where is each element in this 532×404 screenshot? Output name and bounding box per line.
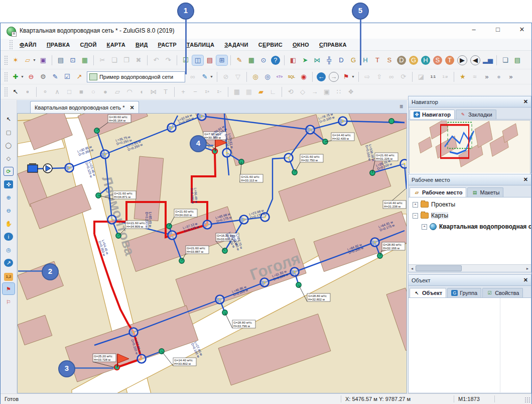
object-tab-объект[interactable]: ↖Объект bbox=[410, 288, 446, 297]
table-button[interactable]: ▦ bbox=[246, 55, 257, 65]
profile-button[interactable]: ≈ bbox=[469, 72, 480, 82]
mode-d-button[interactable]: D bbox=[397, 56, 406, 65]
junction-node[interactable] bbox=[108, 216, 116, 224]
navigator-tab-закладки[interactable]: ✎Закладки bbox=[456, 110, 496, 119]
info-button[interactable]: i bbox=[3, 231, 15, 242]
circle-tool[interactable]: ○ bbox=[88, 87, 99, 97]
upload-object-button[interactable]: ⇧ bbox=[374, 72, 385, 82]
edit-layer-button[interactable]: ✎ bbox=[50, 72, 61, 82]
symbol-tool[interactable]: ⚬ bbox=[40, 87, 51, 97]
sum-add-tool[interactable]: Σ+ bbox=[202, 87, 213, 97]
junction-node[interactable] bbox=[285, 154, 293, 162]
forward-button[interactable]: → bbox=[329, 72, 339, 82]
edit-mode-button-dropdown-icon[interactable]: ▼ bbox=[210, 75, 213, 78]
minimize-button[interactable]: – bbox=[468, 24, 479, 35]
workspace-hscrollbar[interactable]: ◄ ► bbox=[409, 264, 531, 272]
junction-node[interactable] bbox=[339, 117, 347, 126]
set-flag-button[interactable]: ⚑ bbox=[3, 283, 15, 294]
object-tab-группа[interactable]: GГруппа bbox=[447, 288, 481, 297]
object-tab-свойства[interactable]: ☑Свойства bbox=[482, 288, 523, 297]
junction-node[interactable] bbox=[401, 160, 407, 168]
edit-mode-button[interactable]: ✎ bbox=[199, 72, 210, 82]
link-object-button[interactable]: ∞ bbox=[386, 72, 397, 82]
menu-таблица[interactable]: ТАБЛИЦА bbox=[182, 40, 219, 50]
circle-select-button[interactable]: ◯ bbox=[3, 139, 15, 151]
resize-grip[interactable] bbox=[524, 397, 530, 403]
hatch-tool[interactable]: ⋈ bbox=[148, 87, 159, 97]
export-object-button[interactable]: ⇨ bbox=[362, 72, 373, 82]
workspace-panel-titlebar[interactable]: Рабочее место ✕ bbox=[409, 174, 531, 185]
pan-button[interactable]: ✋ bbox=[3, 218, 15, 229]
menu-окно[interactable]: ОКНО bbox=[288, 40, 314, 50]
move-vertex-tool[interactable]: → bbox=[309, 87, 320, 97]
find-object-button[interactable]: ◎ bbox=[262, 72, 273, 82]
piezo-d-button[interactable]: D bbox=[336, 55, 347, 65]
query-button[interactable]: ⊙ bbox=[258, 55, 269, 65]
undo-button[interactable]: ↶ bbox=[151, 55, 162, 65]
junction-node[interactable] bbox=[168, 231, 177, 240]
label-button[interactable]: ◪ bbox=[416, 72, 427, 82]
junction-node[interactable] bbox=[168, 124, 176, 132]
clear-selection-button[interactable]: ▽ bbox=[232, 72, 243, 82]
cut-button[interactable]: ✂ bbox=[97, 55, 108, 65]
layer-properties-button[interactable]: ⚙ bbox=[38, 72, 49, 82]
paste-button[interactable]: ❐ bbox=[121, 55, 132, 65]
navigator-panel-close-icon[interactable]: ✕ bbox=[523, 98, 528, 105]
chart-button[interactable]: ▂▅ bbox=[482, 55, 493, 65]
reservoir-symbol[interactable] bbox=[28, 164, 38, 172]
navigator-minimap[interactable] bbox=[410, 121, 530, 173]
map-tab-close-icon[interactable]: ✕ bbox=[129, 105, 134, 111]
arc-tool[interactable]: ◠ bbox=[124, 87, 135, 97]
scale-off-button[interactable]: 1:ø bbox=[440, 72, 451, 82]
workspace-panel-button[interactable]: ⊞ bbox=[216, 55, 227, 65]
mode-g-button[interactable]: G bbox=[409, 56, 418, 65]
map-tab[interactable]: Квартальная водопроводная сеть * ✕ bbox=[30, 101, 139, 114]
reshape-tool[interactable]: ◇ bbox=[297, 87, 308, 97]
export-layer-button[interactable]: ↗ bbox=[74, 72, 85, 82]
new-document-button[interactable]: ✶ bbox=[10, 55, 21, 65]
workspace-panel-close-icon[interactable]: ✕ bbox=[523, 176, 528, 183]
close-button[interactable]: ✕ bbox=[516, 24, 527, 35]
update-links-button[interactable]: ⟳ bbox=[398, 72, 409, 82]
maximize-button[interactable]: □ bbox=[492, 24, 503, 35]
rectangle-tool[interactable]: □ bbox=[64, 87, 75, 97]
junction-node[interactable] bbox=[260, 278, 269, 287]
menu-правка[interactable]: ПРАВКА bbox=[42, 40, 75, 50]
toolbar2-overflow-button[interactable]: » bbox=[481, 72, 492, 82]
rect-select-button[interactable]: ▢ bbox=[3, 126, 15, 138]
attach-button[interactable]: ∞ bbox=[187, 72, 198, 82]
workspace-tab-макеты[interactable]: ▤Макеты bbox=[467, 187, 503, 197]
title-bar[interactable]: R Квартальная водопроводная сеть * - Zul… bbox=[1, 23, 531, 39]
menu-слой[interactable]: СЛОЙ bbox=[75, 40, 102, 50]
menu-карта[interactable]: КАРТА bbox=[102, 40, 130, 50]
junction-node[interactable] bbox=[129, 328, 138, 337]
combine-tool[interactable]: ❖ bbox=[345, 87, 356, 97]
delete-button[interactable]: ✖ bbox=[133, 55, 144, 65]
junction-node[interactable] bbox=[291, 268, 299, 276]
junction-node[interactable] bbox=[198, 114, 206, 121]
tree-item-карты[interactable]: −Карты bbox=[411, 210, 531, 221]
messages-panel-button[interactable]: ▤ bbox=[204, 55, 215, 65]
redo-button[interactable]: ↷ bbox=[163, 55, 174, 65]
text-tool[interactable]: T bbox=[160, 87, 171, 97]
junction-node[interactable] bbox=[240, 216, 248, 224]
filled-circle-tool[interactable]: ● bbox=[100, 87, 111, 97]
tree-expander-icon[interactable]: + bbox=[413, 202, 418, 208]
zulu-network-button[interactable]: ◧ bbox=[288, 55, 299, 65]
pump-symbol[interactable] bbox=[43, 164, 52, 173]
print-preview-button[interactable]: ⊡ bbox=[67, 55, 78, 65]
mode-t-button[interactable]: T bbox=[445, 56, 454, 65]
remove-point-tool[interactable]: − bbox=[190, 87, 201, 97]
measure-button[interactable]: 1,2 bbox=[3, 270, 15, 281]
vertex-tool[interactable]: ▫ bbox=[22, 87, 33, 97]
network-graph-button[interactable]: ╬ bbox=[324, 55, 335, 65]
polygon-tool[interactable]: ▱ bbox=[112, 87, 123, 97]
menu-вид[interactable]: ВИД bbox=[130, 40, 153, 50]
hscroll-thumb[interactable] bbox=[416, 265, 462, 271]
save-button[interactable]: ▣ bbox=[38, 55, 49, 65]
object-panel-close-icon[interactable]: ✕ bbox=[523, 277, 528, 283]
effects-button[interactable]: ★ bbox=[457, 72, 468, 82]
navigator-panel-button[interactable]: ◫ bbox=[192, 55, 203, 65]
piezo-g-button[interactable]: G bbox=[348, 55, 359, 65]
menu-справка[interactable]: СПРАВКА bbox=[314, 40, 352, 50]
